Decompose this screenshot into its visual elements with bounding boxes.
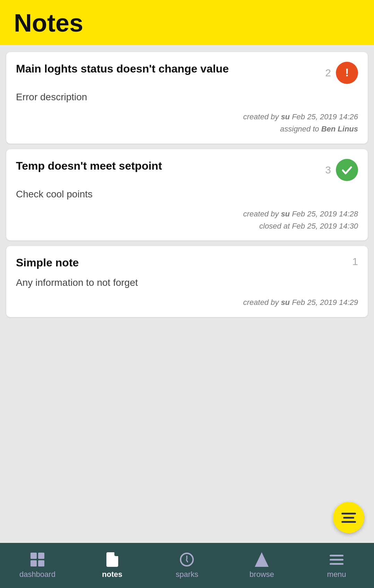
sparks-icon: [179, 552, 194, 567]
header: Notes: [0, 0, 374, 45]
note-title-3: Simple note: [16, 256, 352, 270]
note-badge-area-1: 2 !: [325, 62, 358, 84]
note-description-3: Any information to not forget: [16, 276, 358, 289]
note-meta-2: created by su Feb 25, 2019 14:28 closed …: [16, 208, 358, 232]
svg-text:!: !: [345, 67, 349, 79]
note-count-1: 2: [325, 67, 331, 79]
notes-list: Main loghts status doesn't change value …: [0, 45, 374, 543]
browse-icon: [254, 552, 269, 567]
menu-icon: [329, 552, 344, 567]
note-card-1[interactable]: Main loghts status doesn't change value …: [6, 52, 368, 144]
checkmark-icon: [340, 163, 354, 177]
note-description-1: Error description: [16, 90, 358, 104]
filter-line-3: [341, 521, 356, 523]
note-card-3[interactable]: Simple note 1 Any information to not for…: [6, 246, 368, 317]
filter-fab-button[interactable]: [333, 502, 364, 533]
dashboard-icon: [30, 552, 45, 567]
note-title-2: Temp doesn't meet setpoint: [16, 159, 325, 173]
notes-icon: [105, 552, 120, 567]
filter-line-1: [341, 513, 356, 514]
success-status-icon: [336, 159, 358, 181]
note-meta-3: created by su Feb 25, 2019 14:29: [16, 296, 358, 308]
nav-label-browse: browse: [250, 570, 274, 579]
nav-label-notes: notes: [102, 570, 122, 579]
bottom-nav: dashboard notes sparks browse menu: [0, 543, 374, 588]
note-meta-line1-1: created by su Feb 25, 2019 14:26: [16, 111, 358, 123]
note-badge-area-3: 1: [352, 256, 358, 267]
note-count-2: 3: [325, 164, 331, 176]
note-header-1: Main loghts status doesn't change value …: [16, 62, 358, 84]
note-meta-line1-3: created by su Feb 25, 2019 14:29: [16, 296, 358, 308]
note-meta-line1-2: created by su Feb 25, 2019 14:28: [16, 208, 358, 220]
note-card-2[interactable]: Temp doesn't meet setpoint 3 Check cool …: [6, 149, 368, 241]
nav-item-browse[interactable]: browse: [224, 543, 299, 588]
nav-item-sparks[interactable]: sparks: [150, 543, 225, 588]
note-header-3: Simple note 1: [16, 256, 358, 270]
note-description-2: Check cool points: [16, 187, 358, 201]
note-title-1: Main loghts status doesn't change value: [16, 62, 325, 76]
filter-icon: [341, 513, 356, 523]
error-status-icon: !: [336, 62, 358, 84]
exclamation-icon: !: [341, 67, 353, 79]
note-meta-1: created by su Feb 25, 2019 14:26 assigne…: [16, 111, 358, 135]
note-count-3: 1: [352, 256, 358, 267]
nav-label-menu: menu: [327, 570, 346, 579]
nav-item-notes[interactable]: notes: [75, 543, 150, 588]
filter-line-2: [343, 517, 354, 519]
note-badge-area-2: 3: [325, 159, 358, 181]
nav-label-dashboard: dashboard: [19, 570, 55, 579]
page-title: Notes: [14, 10, 360, 35]
nav-item-dashboard[interactable]: dashboard: [0, 543, 75, 588]
nav-item-menu[interactable]: menu: [299, 543, 374, 588]
note-header-2: Temp doesn't meet setpoint 3: [16, 159, 358, 181]
note-meta-line2-1: assigned to Ben Linus: [16, 123, 358, 135]
nav-label-sparks: sparks: [176, 570, 198, 579]
note-meta-line2-2: closed at Feb 25, 2019 14:30: [16, 220, 358, 232]
